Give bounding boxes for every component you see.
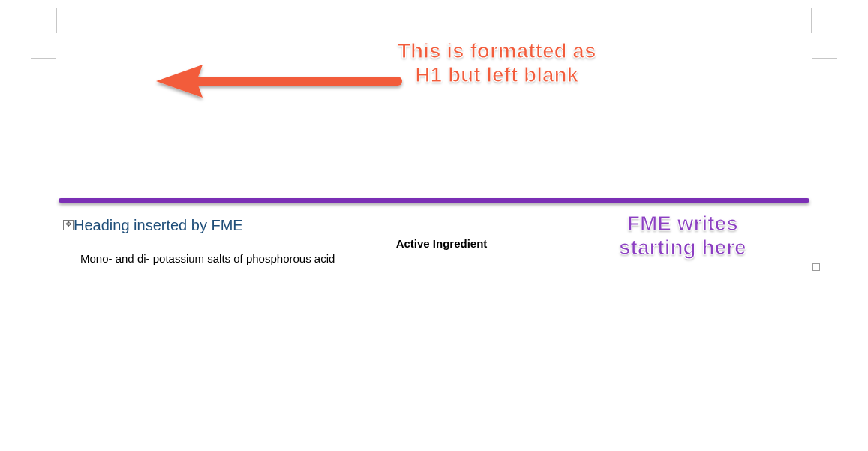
heading-inserted-by-fme[interactable]: Heading inserted by FME [74,217,809,234]
blank-cell[interactable] [434,158,794,179]
table-cell-ingredient[interactable]: Mono- and di- potassium salts of phospho… [74,251,809,266]
blank-cell[interactable] [74,116,434,137]
blank-cell[interactable] [74,137,434,158]
blank-cell[interactable] [434,116,794,137]
table-row[interactable]: Mono- and di- potassium salts of phospho… [74,251,809,266]
crop-mark-top-left [56,33,82,59]
blank-cell[interactable] [434,137,794,158]
table-resize-handle-icon[interactable] [812,263,820,271]
table-header-active-ingredient[interactable]: Active Ingredient [74,236,809,251]
table-row[interactable] [74,158,794,179]
table-move-handle-icon[interactable]: ✥ [63,220,74,230]
fme-inserted-table[interactable]: Active Ingredient Mono- and di- potassiu… [74,236,809,266]
table-row[interactable] [74,137,794,158]
blank-table[interactable] [74,116,794,179]
table-row[interactable]: Active Ingredient [74,236,809,251]
fme-inserted-region: ✥ Heading inserted by FME Active Ingredi… [74,217,809,266]
document-body [74,116,794,179]
annotation-divider-purple [59,198,809,203]
table-row[interactable] [74,116,794,137]
blank-cell[interactable] [74,158,434,179]
crop-mark-top-right [786,33,812,59]
